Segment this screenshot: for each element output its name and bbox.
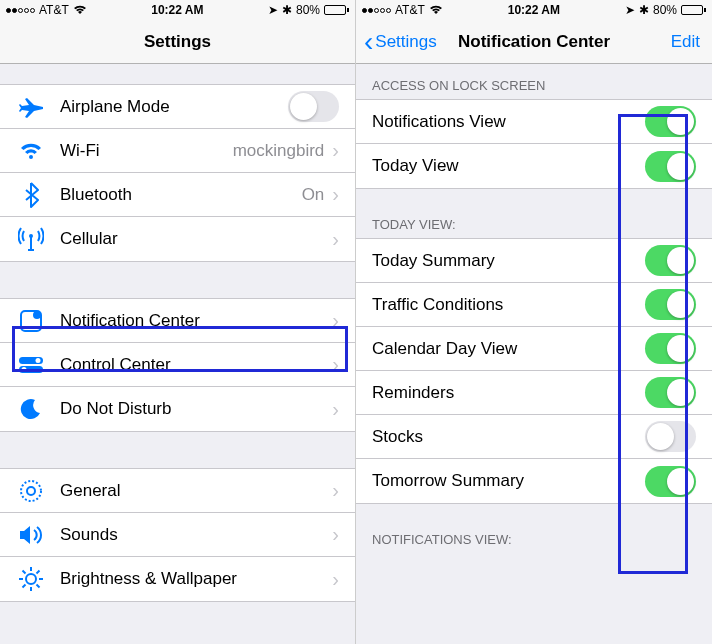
row-label: Cellular	[60, 229, 332, 249]
svg-point-6	[22, 367, 27, 372]
section-header-today: TODAY VIEW:	[356, 189, 712, 238]
signal-dots-icon	[6, 8, 35, 13]
svg-point-4	[36, 358, 41, 363]
chevron-right-icon: ›	[332, 183, 339, 206]
traffic-toggle[interactable]	[645, 289, 696, 320]
status-time: 10:22 AM	[508, 3, 560, 17]
row-label: Notifications View	[372, 112, 645, 132]
status-time: 10:22 AM	[151, 3, 203, 17]
row-label: Traffic Conditions	[372, 295, 645, 315]
airplane-icon	[16, 92, 46, 122]
svg-point-9	[26, 574, 36, 584]
row-label: General	[60, 481, 332, 501]
carrier-label: AT&T	[395, 3, 425, 17]
gear-icon	[16, 476, 46, 506]
location-icon: ➤	[268, 3, 278, 17]
svg-line-15	[37, 585, 40, 588]
wifi-icon	[16, 136, 46, 166]
page-title: Settings	[144, 32, 211, 52]
chevron-right-icon: ›	[332, 568, 339, 591]
battery-pct: 80%	[653, 3, 677, 17]
chevron-right-icon: ›	[332, 353, 339, 376]
row-label: Bluetooth	[60, 185, 302, 205]
edit-button[interactable]: Edit	[671, 32, 700, 52]
row-traffic[interactable]: Traffic Conditions	[356, 283, 712, 327]
wifi-icon	[73, 5, 87, 15]
chevron-right-icon: ›	[332, 479, 339, 502]
row-bluetooth[interactable]: Bluetooth On ›	[0, 173, 355, 217]
location-icon: ➤	[625, 3, 635, 17]
nav-bar: Settings	[0, 20, 355, 64]
svg-point-0	[29, 234, 33, 238]
row-sounds[interactable]: Sounds ›	[0, 513, 355, 557]
today-summary-toggle[interactable]	[645, 245, 696, 276]
wifi-icon	[429, 5, 443, 15]
page-title: Notification Center	[458, 32, 610, 52]
row-label: Reminders	[372, 383, 645, 403]
section-header-access: ACCESS ON LOCK SCREEN	[356, 64, 712, 99]
battery-icon	[324, 5, 349, 15]
settings-pane: AT&T 10:22 AM ➤ ✱ 80% Settings Airplane …	[0, 0, 356, 644]
stocks-toggle[interactable]	[645, 421, 696, 452]
row-label: Brightness & Wallpaper	[60, 569, 332, 589]
row-airplane-mode[interactable]: Airplane Mode	[0, 85, 355, 129]
row-brightness[interactable]: Brightness & Wallpaper ›	[0, 557, 355, 601]
row-label: Control Center	[60, 355, 332, 375]
notifications-view-toggle[interactable]	[645, 106, 696, 137]
chevron-right-icon: ›	[332, 309, 339, 332]
row-wifi[interactable]: Wi-Fi mockingbird ›	[0, 129, 355, 173]
row-tomorrow[interactable]: Tomorrow Summary	[356, 459, 712, 503]
row-label: Notification Center	[60, 311, 332, 331]
row-notifications-view[interactable]: Notifications View	[356, 100, 712, 144]
row-stocks[interactable]: Stocks	[356, 415, 712, 459]
svg-point-7	[21, 481, 41, 501]
airplane-toggle[interactable]	[288, 91, 339, 122]
cellular-icon	[16, 224, 46, 254]
battery-pct: 80%	[296, 3, 320, 17]
nav-bar: ‹ Settings Notification Center Edit	[356, 20, 712, 64]
row-label: Tomorrow Summary	[372, 471, 645, 491]
svg-point-8	[27, 487, 35, 495]
chevron-right-icon: ›	[332, 398, 339, 421]
speaker-icon	[16, 520, 46, 550]
row-cellular[interactable]: Cellular ›	[0, 217, 355, 261]
row-label: Sounds	[60, 525, 332, 545]
row-do-not-disturb[interactable]: Do Not Disturb ›	[0, 387, 355, 431]
today-view-toggle[interactable]	[645, 151, 696, 182]
row-label: Today View	[372, 156, 645, 176]
status-bar: AT&T 10:22 AM ➤ ✱ 80%	[0, 0, 355, 20]
carrier-label: AT&T	[39, 3, 69, 17]
control-center-icon	[16, 350, 46, 380]
notification-center-icon	[16, 306, 46, 336]
chevron-right-icon: ›	[332, 139, 339, 162]
chevron-right-icon: ›	[332, 523, 339, 546]
reminders-toggle[interactable]	[645, 377, 696, 408]
row-label: Stocks	[372, 427, 645, 447]
brightness-icon	[16, 564, 46, 594]
status-bar: AT&T 10:22 AM ➤ ✱ 80%	[356, 0, 712, 20]
back-button[interactable]: ‹ Settings	[364, 28, 437, 56]
bluetooth-status-icon: ✱	[639, 3, 649, 17]
section-header-notifications: NOTIFICATIONS VIEW:	[356, 504, 712, 553]
row-control-center[interactable]: Control Center ›	[0, 343, 355, 387]
row-label: Calendar Day View	[372, 339, 645, 359]
row-label: Wi-Fi	[60, 141, 233, 161]
wifi-value: mockingbird	[233, 141, 325, 161]
svg-point-2	[33, 311, 41, 319]
chevron-right-icon: ›	[332, 228, 339, 251]
moon-icon	[16, 394, 46, 424]
bluetooth-icon	[16, 180, 46, 210]
row-calendar[interactable]: Calendar Day View	[356, 327, 712, 371]
signal-dots-icon	[362, 8, 391, 13]
calendar-toggle[interactable]	[645, 333, 696, 364]
svg-line-16	[37, 571, 40, 574]
row-today-summary[interactable]: Today Summary	[356, 239, 712, 283]
row-general[interactable]: General ›	[0, 469, 355, 513]
battery-icon	[681, 5, 706, 15]
row-today-view[interactable]: Today View	[356, 144, 712, 188]
row-notification-center[interactable]: Notification Center ›	[0, 299, 355, 343]
tomorrow-toggle[interactable]	[645, 466, 696, 497]
row-reminders[interactable]: Reminders	[356, 371, 712, 415]
row-label: Do Not Disturb	[60, 399, 332, 419]
bluetooth-value: On	[302, 185, 325, 205]
